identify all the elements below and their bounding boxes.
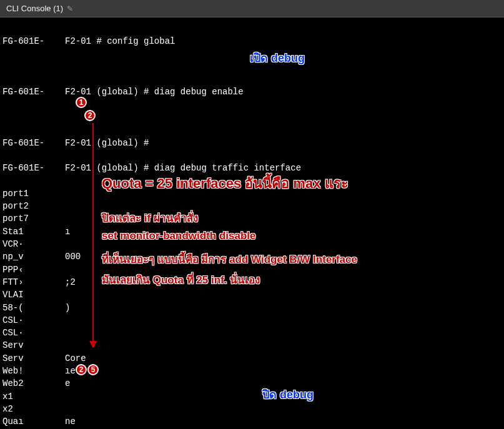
list-item: Web2e [2,377,502,390]
interface-name: Web2 [2,377,65,390]
interface-value: Core [65,352,86,365]
titlebar[interactable]: CLI Console (1) ✎ [0,0,504,17]
list-item: Serv [2,339,502,352]
prompt-context: F2-01 # [65,35,102,47]
interface-name: Serv [2,339,65,352]
interface-name: Sta1 [2,225,65,238]
interface-name: np_v [2,250,65,263]
list-item: CSL· [2,327,502,339]
interface-value: ı [65,225,70,238]
cmd-diag-enable: diag debug enable [154,87,244,97]
list-item: port2 [2,200,502,212]
interface-name: FTT› [2,276,65,288]
interface-name: PPP‹ [2,264,65,276]
annotation-line4: มันเลยเกิน Quota ที่ 25 inf. นั่นเอง [102,271,260,288]
interface-name: Quaı [2,415,65,428]
interface-list: port1port2port7Sta1ıVCR·np_v000PPP‹FTT›;… [2,187,502,429]
list-item: VLAI [2,288,502,301]
annotation-line3: ที่เห็นเยอะๆ แบบนี้คือ มีการ add Widget … [102,250,357,267]
list-item: CSL· [2,314,502,327]
list-item: Quaıne [2,415,502,428]
marker-2: 2 [84,110,96,121]
interface-value: ) [65,302,70,314]
list-item: ServCore [2,352,502,365]
interface-name: x1 [2,390,65,403]
marker-1: 1 [76,97,87,108]
interface-name: VCR· [2,238,65,250]
interface-value: 000 [65,250,81,263]
list-item: 58-() [2,302,502,314]
titlebar-text: CLI Console (1) [6,4,63,13]
interface-name: Web! [2,365,65,377]
interface-name: port2 [2,200,65,212]
interface-value: ıe [65,365,76,377]
interface-value: ;2 [65,276,76,288]
arrow-head-icon [89,341,97,348]
interface-name: VLAI [2,288,65,301]
list-item: x2 [2,403,502,415]
interface-name: 58-( [2,302,65,314]
cmd-config-global: config global [107,36,175,46]
interface-name: port1 [2,187,65,200]
list-item: port7 [2,212,502,225]
prompt-host: FG-601E- [2,35,65,47]
interface-name: Serv [2,352,65,365]
annotation-quota: Quota = 25 interfaces อันนี้คือ max แระ [102,172,348,194]
annotation-close-debug: ปิด debug [262,385,314,403]
interface-name: port7 [2,212,65,225]
cmd-diag-traffic: diag debug traffic interface [154,163,301,173]
annotation-open-debug: เปิด debug [250,49,305,67]
interface-value: e [65,377,70,390]
marker-25-digit2: 5 [87,364,99,375]
annotation-line2: set monitor-bandwidth disable [102,230,256,242]
interface-name: CSL· [2,314,65,327]
edit-icon[interactable]: ✎ [67,4,73,13]
interface-name: x2 [2,403,65,415]
interface-value: ne [65,415,76,428]
annotation-line1: ปิดแต่ละ if ผ่านคำสั่ง [102,209,198,226]
arrow-line [92,123,94,342]
interface-name: CSL· [2,327,65,339]
marker-25-digit1: 2 [76,364,87,375]
list-item: x1 [2,390,502,403]
